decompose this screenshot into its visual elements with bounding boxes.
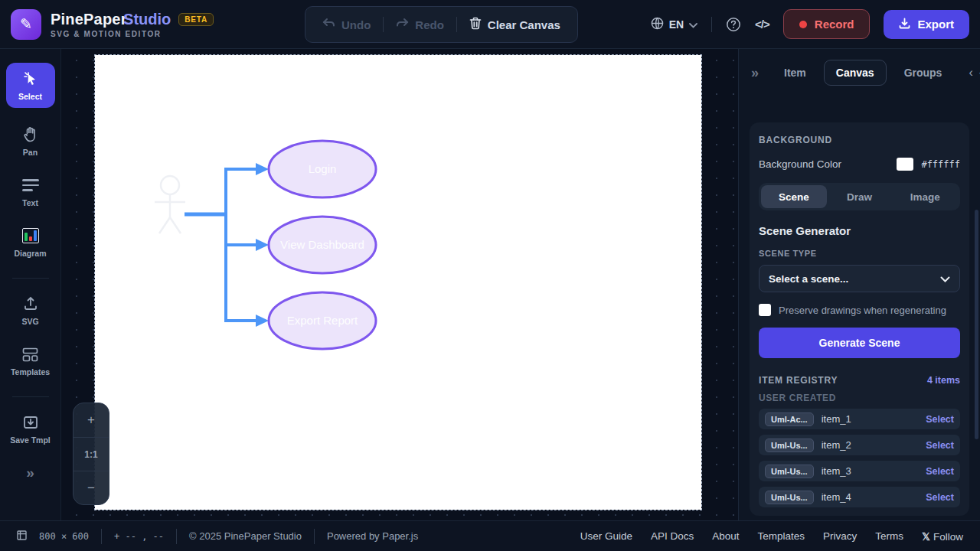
background-color-swatch[interactable] [897,158,913,171]
tool-select[interactable]: Select [6,63,55,108]
globe-icon [651,17,664,32]
panel-scrollbar[interactable] [975,210,978,439]
item-type-badge: Uml-Us... [765,491,814,504]
user-created-label: USER CREATED [759,393,960,403]
item-name: item_1 [822,413,851,425]
x-logo-icon: 𝕏 [922,531,930,543]
save-download-icon [23,414,38,431]
tool-save-template[interactable]: Save Tmpl [6,414,55,445]
bar-chart-icon [22,227,39,244]
tool-pan-label: Pan [23,148,38,157]
upload-icon [23,295,38,312]
scene-type-select[interactable]: Select a scene... [759,265,960,292]
item-registry-header: ITEM REGISTRY 4 items [759,375,960,386]
tab-canvas[interactable]: Canvas [824,60,887,86]
brand: ✎ PinePaper Studio BETA SVG & MOTION EDI… [11,9,214,40]
mode-tab-draw[interactable]: Draw [827,185,893,208]
redo-label: Redo [415,18,444,31]
select-item-link[interactable]: Select [926,492,954,503]
tool-pan[interactable]: Pan [6,126,55,157]
history-toolbar: Undo Redo Clear Canvas [305,6,578,43]
clear-canvas-button[interactable]: Clear Canvas [460,11,570,38]
registry-row-item-4: Uml-Us... item_4 Select [759,487,960,507]
tool-text[interactable]: Text [6,177,55,207]
properties-panel: » Item Canvas Groups ‹ - BACKGROUND Back… [738,49,980,520]
background-color-value: #ffffff [921,159,960,170]
zoom-in-button[interactable]: + [74,403,109,437]
link-follow[interactable]: 𝕏Follow [922,530,963,543]
use-case-label-view-dashboard: View Dashboard [280,238,364,251]
export-label: Export [917,18,954,31]
panel-collapse-button[interactable]: » [751,65,759,81]
language-selector[interactable]: EN [651,17,697,32]
sidebar-divider [12,278,49,279]
zoom-out-button[interactable]: − [74,471,109,504]
item-registry-title: ITEM REGISTRY [759,375,838,386]
undo-button[interactable]: Undo [313,11,380,37]
topbar-divider [711,17,712,32]
artboard[interactable]: Login View Dashboard Export Report [95,55,701,510]
hand-icon [22,126,38,143]
zoom-reset-button[interactable]: 1:1 [74,437,109,471]
link-templates[interactable]: Templates [758,530,805,542]
select-item-link[interactable]: Select [926,466,954,477]
follow-label: Follow [933,531,963,543]
tab-groups[interactable]: Groups [893,60,954,85]
tab-item[interactable]: Item [773,60,818,85]
toolbar-divider [456,17,457,32]
text-lines-icon [22,177,39,194]
app-subtitle: SVG & MOTION EDITOR [51,30,214,38]
preserve-drawings-checkbox[interactable] [759,304,771,316]
mode-tab-image[interactable]: Image [892,185,958,208]
background-mode-tabs: Scene Draw Image [759,183,960,210]
footer-links: User Guide API Docs About Templates Priv… [580,530,963,543]
canvas-area[interactable]: Login View Dashboard Export Report + 1:1… [61,49,738,520]
chevron-down-icon [940,272,950,285]
tool-select-label: Select [18,92,42,101]
link-terms[interactable]: Terms [875,530,903,542]
record-button[interactable]: Record [783,9,871,39]
panel-tab-bar: » Item Canvas Groups ‹ - [739,49,980,96]
arrowheads [256,163,269,327]
tool-templates[interactable]: Templates [6,346,55,377]
item-type-badge: Uml-Us... [765,465,814,478]
uml-diagram: Login View Dashboard Export Report [95,55,701,510]
export-button[interactable]: Export [884,10,969,39]
actor-stick-figure[interactable] [155,176,185,233]
app-name-secondary: Studio [123,11,171,28]
toolbar-divider [383,17,384,32]
scene-generator-title: Scene Generator [759,224,960,237]
zoom-controls: + 1:1 − [73,403,109,505]
link-user-guide[interactable]: User Guide [580,530,632,542]
background-section-title: BACKGROUND [759,135,960,145]
scene-type-label: SCENE TYPE [759,249,960,258]
preserve-drawings-row: Preserve drawings when regenerating [759,304,960,316]
mode-tab-scene[interactable]: Scene [761,185,827,208]
chevron-left-icon[interactable]: ‹ [969,66,972,80]
tool-svg[interactable]: SVG [6,295,55,326]
tool-diagram[interactable]: Diagram [6,227,55,258]
sidebar-expand-button[interactable]: » [26,465,34,481]
powered-by-text: Powered by Paper.js [327,530,418,542]
link-privacy[interactable]: Privacy [823,530,857,542]
status-divider [101,529,102,544]
frame-icon [17,530,27,543]
record-dot-icon [799,21,807,28]
connector-lines [185,168,257,322]
link-about[interactable]: About [712,530,739,542]
select-item-link[interactable]: Select [926,414,954,425]
help-button[interactable] [726,17,741,32]
redo-button[interactable]: Redo [387,11,453,37]
clear-canvas-label: Clear Canvas [488,18,560,31]
background-color-label: Background Color [759,158,841,170]
generate-scene-button[interactable]: Generate Scene [759,328,960,358]
preserve-drawings-label: Preserve drawings when regenerating [779,305,946,316]
item-name: item_2 [822,439,851,451]
status-left: 800 × 600 + -- , -- © 2025 PinePaper Stu… [17,529,418,544]
tool-svg-label: SVG [21,317,38,326]
use-case-label-login: Login [309,162,337,175]
code-button[interactable]: </> [755,18,769,31]
link-api-docs[interactable]: API Docs [651,530,694,542]
select-item-link[interactable]: Select [926,440,954,451]
beta-badge: BETA [178,13,214,26]
